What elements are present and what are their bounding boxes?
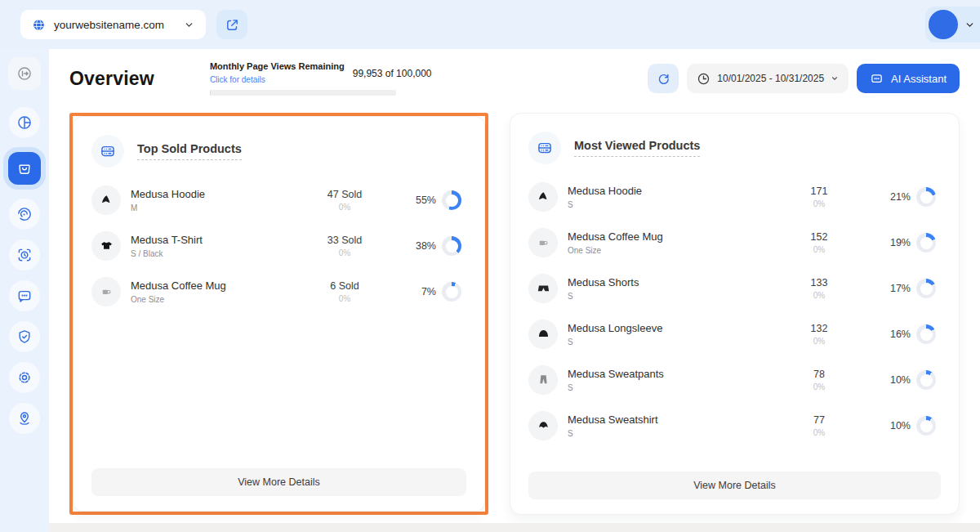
product-variant: One Size <box>568 246 774 255</box>
share-donut-chart <box>916 187 936 207</box>
product-share: 17% <box>864 283 916 294</box>
product-count: 132 <box>774 323 864 334</box>
product-row[interactable]: Medusa Longsleeve S 132 0% 16% <box>528 320 941 349</box>
product-name: Medusa Sweatshirt <box>568 414 774 426</box>
product-name: Medusa Shorts <box>568 276 774 288</box>
product-count-sub: 0% <box>300 294 390 303</box>
sidebar-item-activity[interactable] <box>8 239 41 271</box>
bottom-strip <box>49 523 980 532</box>
page-header: Overview Monthly Page Views Remaining Cl… <box>49 49 980 108</box>
sidebar-item-sessions[interactable] <box>8 198 41 230</box>
user-menu[interactable] <box>925 7 980 42</box>
page-views-details-link[interactable]: Click for details <box>210 75 265 84</box>
date-range-value: 10/01/2025 - 10/31/2025 <box>717 73 824 84</box>
shield-check-icon <box>16 329 33 345</box>
main-content: Overview Monthly Page Views Remaining Cl… <box>49 49 980 532</box>
product-share: 7% <box>390 286 442 297</box>
chevron-down-icon <box>184 20 194 30</box>
product-row[interactable]: Medusa Hoodie M 47 Sold 0% 55% <box>91 186 466 215</box>
product-name: Medusa Hoodie <box>568 185 774 197</box>
view-more-details-button[interactable]: View More Details <box>91 468 466 496</box>
most-viewed-products-card: Most Viewed Products Medusa Hoodie S 171… <box>510 113 960 515</box>
product-name: Medusa Coffee Mug <box>568 230 774 243</box>
hoodie-product-icon <box>528 182 558 212</box>
product-row[interactable]: Medusa Coffee Mug One Size 6 Sold 0% 7% <box>91 277 466 306</box>
product-count-sub: 0% <box>300 248 390 257</box>
chat-bubble-icon <box>16 288 33 304</box>
product-share: 10% <box>864 420 916 431</box>
refresh-button[interactable] <box>648 64 679 93</box>
top-sold-product-list: Medusa Hoodie M 47 Sold 0% 55% <box>91 186 466 323</box>
list-table-icon <box>100 143 116 159</box>
product-variant: One Size <box>131 295 300 304</box>
product-count-sub: 0% <box>774 428 864 437</box>
product-row[interactable]: Medusa Hoodie S 171 0% 21% <box>528 182 941 212</box>
product-count: 133 <box>774 277 864 288</box>
page-views-value: 99,953 of 100,000 <box>353 68 432 79</box>
share-donut-chart <box>442 190 461 210</box>
globe-icon <box>32 18 46 32</box>
product-count-sub: 0% <box>774 245 864 254</box>
product-count-sub: 0% <box>774 382 864 391</box>
sidebar-item-analytics[interactable] <box>8 106 41 139</box>
product-count-sub: 0% <box>300 203 390 212</box>
product-row[interactable]: Medusa Sweatshirt S 77 0% 10% <box>528 411 941 440</box>
product-count-sub: 0% <box>774 291 864 300</box>
product-share: 55% <box>390 194 442 206</box>
product-row[interactable]: Medusa T-Shirt S / Black 33 Sold 0% 38% <box>91 231 466 261</box>
spiral-icon <box>16 206 33 222</box>
product-count: 152 <box>774 231 864 243</box>
product-name: Medusa Hoodie <box>131 188 300 200</box>
product-row[interactable]: Medusa Shorts S 133 0% 17% <box>528 274 941 303</box>
refresh-icon <box>657 72 670 86</box>
share-donut-chart <box>916 279 936 298</box>
mug-product-icon <box>91 277 121 306</box>
product-share: 10% <box>864 374 916 386</box>
most-viewed-product-list: Medusa Hoodie S 171 0% 21% <box>528 182 941 457</box>
share-donut-chart <box>916 324 936 344</box>
top-sold-products-card: Top Sold Products Medusa Hoodie M 47 Sol… <box>73 116 485 512</box>
date-range-button[interactable]: 10/01/2025 - 10/31/2025 <box>687 64 849 93</box>
site-selector[interactable]: yourwebsitename.com <box>20 10 206 39</box>
ai-assistant-label: AI Assistant <box>891 73 947 85</box>
highlight-frame: Top Sold Products Medusa Hoodie M 47 Sol… <box>69 113 488 515</box>
product-count: 77 <box>774 414 864 426</box>
sidebar-item-settings[interactable] <box>8 361 41 394</box>
sidebar-toggle[interactable] <box>8 57 41 90</box>
product-count-sub: 0% <box>774 337 864 346</box>
product-row[interactable]: Medusa Coffee Mug One Size 152 0% 19% <box>528 228 941 257</box>
collapse-arrow-icon <box>16 65 33 82</box>
sweatpants-product-icon <box>528 365 558 395</box>
product-count: 47 Sold <box>300 189 390 200</box>
sidebar-item-security[interactable] <box>8 320 41 353</box>
sidebar-item-products[interactable] <box>8 152 41 185</box>
mug-product-icon <box>528 228 558 257</box>
page-views-widget: Monthly Page Views Remaining Click for d… <box>210 61 432 96</box>
pie-chart-icon <box>16 114 33 131</box>
product-share: 19% <box>864 237 916 248</box>
chevron-down-icon <box>831 74 839 83</box>
tshirt-product-icon <box>91 231 121 261</box>
sidebar-item-chat[interactable] <box>8 279 41 312</box>
gear-icon <box>16 369 33 386</box>
location-pin-icon <box>16 410 33 427</box>
page-views-label: Monthly Page Views Remaining <box>210 61 345 71</box>
product-share: 16% <box>864 329 916 340</box>
external-link-icon <box>225 18 239 32</box>
open-site-button[interactable] <box>216 10 247 39</box>
sidebar-item-locations[interactable] <box>8 402 41 435</box>
ai-assistant-button[interactable]: AI Assistant <box>857 64 960 93</box>
avatar <box>929 10 958 39</box>
card-icon-circle <box>91 135 124 168</box>
longsleeve-product-icon <box>528 320 558 349</box>
share-donut-chart <box>916 370 936 390</box>
sweatshirt-product-icon <box>528 411 558 440</box>
product-name: Medusa Longsleeve <box>568 322 774 334</box>
product-row[interactable]: Medusa Sweatpants S 78 0% 10% <box>528 365 941 395</box>
product-count: 78 <box>774 369 864 380</box>
view-more-details-button[interactable]: View More Details <box>528 472 941 499</box>
product-count-sub: 0% <box>774 199 864 208</box>
product-variant: M <box>131 203 300 212</box>
share-donut-chart <box>442 236 461 256</box>
sidebar <box>0 49 49 532</box>
